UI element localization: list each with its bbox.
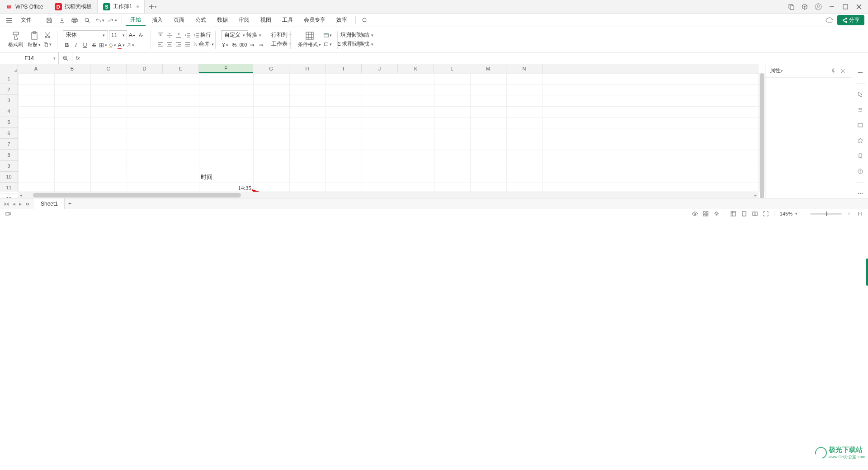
row-header[interactable]: 1	[0, 73, 18, 84]
chevron-down-icon[interactable]: ▾	[53, 56, 56, 61]
cut-button[interactable]	[43, 31, 52, 39]
cell-style-button[interactable]: ▾	[324, 40, 332, 48]
fill-color-button[interactable]: ▾	[108, 41, 116, 49]
column-header[interactable]: A	[18, 64, 54, 73]
eye-icon[interactable]	[690, 209, 699, 218]
horizontal-scrollbar[interactable]: ◂ ▸	[18, 192, 759, 198]
table-style-button[interactable]: ▾	[324, 31, 332, 39]
hamburger-icon[interactable]	[5, 16, 14, 25]
decrease-font-button[interactable]: A-	[137, 31, 145, 39]
menu-membership[interactable]: 会员专享	[299, 14, 330, 26]
row-header[interactable]: 6	[0, 128, 18, 139]
increase-decimal-button[interactable]: .0	[248, 41, 256, 49]
close-button[interactable]	[855, 3, 863, 10]
worksheet-button[interactable]: 工作表▾	[277, 40, 285, 48]
ai-icon[interactable]	[856, 136, 865, 145]
spreadsheet-grid[interactable]: ABCDEFGHIJKLMN 1234567891011121314151617…	[0, 64, 765, 198]
cube-icon[interactable]	[801, 3, 808, 10]
column-header[interactable]: H	[289, 64, 326, 73]
row-header[interactable]: 8	[0, 150, 18, 160]
menu-insert[interactable]: 插入	[147, 14, 167, 26]
column-header[interactable]: D	[127, 64, 163, 73]
expand-formula-icon[interactable]	[59, 52, 72, 64]
row-header[interactable]: 12	[0, 193, 18, 198]
cell-reference-input[interactable]	[4, 55, 55, 62]
find-button[interactable]: 查找▾	[361, 40, 369, 48]
page-view-icon[interactable]	[740, 209, 749, 218]
normal-view-icon[interactable]	[729, 209, 738, 218]
zoom-in-button[interactable]: +	[844, 209, 854, 218]
cond-format-button[interactable]: 条件格式▾	[296, 31, 323, 48]
menu-page[interactable]: 页面	[169, 14, 189, 26]
close-icon[interactable]	[839, 67, 847, 75]
export-icon[interactable]	[57, 16, 66, 25]
column-header[interactable]: E	[163, 64, 199, 73]
row-header[interactable]: 5	[0, 117, 18, 128]
side-toggle-icon[interactable]	[855, 209, 864, 218]
settings-icon[interactable]	[856, 105, 865, 114]
layers-icon[interactable]	[856, 121, 865, 130]
copy-button[interactable]: ▾	[43, 40, 52, 48]
bookmark-icon[interactable]	[856, 151, 865, 160]
border-button[interactable]: ▾	[99, 41, 107, 49]
column-header[interactable]: C	[90, 64, 127, 73]
avatar-icon[interactable]	[815, 3, 822, 10]
undo-button[interactable]: ▾	[95, 16, 104, 25]
select-all-corner[interactable]	[0, 64, 18, 73]
paste-button[interactable]: 粘贴▾	[26, 31, 42, 48]
zoom-level[interactable]: 145%	[777, 211, 795, 216]
strikethrough-button[interactable]: S	[90, 41, 98, 49]
bold-button[interactable]: B	[63, 41, 71, 49]
menu-formula[interactable]: 公式	[191, 14, 211, 26]
window-detach-icon[interactable]	[788, 3, 795, 10]
share-button[interactable]: 分享	[837, 15, 864, 25]
column-header[interactable]: N	[506, 64, 542, 73]
next-sheet-icon[interactable]: ▸	[18, 201, 23, 207]
collapse-panel-icon[interactable]	[856, 68, 865, 77]
menu-file[interactable]: 文件	[16, 14, 36, 26]
fx-label[interactable]: fx	[72, 52, 83, 64]
print-icon[interactable]	[70, 16, 79, 25]
chevron-down-icon[interactable]: ▾	[781, 69, 783, 73]
font-color-button[interactable]: A▾	[117, 41, 125, 49]
menu-tools[interactable]: 工具	[278, 14, 297, 26]
tab-app[interactable]: W WPS Office	[0, 0, 49, 13]
last-sheet-icon[interactable]: ⏭	[24, 201, 32, 207]
font-name-select[interactable]: 宋体▾	[63, 30, 108, 40]
italic-button[interactable]: I	[72, 41, 80, 49]
row-header[interactable]: 10	[0, 172, 18, 183]
record-icon[interactable]	[4, 209, 13, 218]
row-header[interactable]: 2	[0, 84, 18, 95]
row-header[interactable]: 7	[0, 139, 18, 150]
add-sheet-button[interactable]: +	[65, 201, 75, 207]
align-right-button[interactable]	[175, 40, 183, 48]
name-box[interactable]: ▾	[0, 52, 59, 64]
formula-input[interactable]	[86, 55, 865, 62]
column-header[interactable]: J	[362, 64, 398, 73]
format-painter-button[interactable]: 格式刷	[6, 31, 25, 48]
decrease-decimal-button[interactable]: .0	[257, 41, 265, 49]
chevron-down-icon[interactable]: ▾	[795, 212, 797, 216]
vertical-scrollbar[interactable]	[759, 73, 765, 192]
grid-view-icon[interactable]	[701, 209, 710, 218]
pin-icon[interactable]	[829, 67, 837, 75]
select-tool-icon[interactable]	[856, 90, 865, 99]
maximize-button[interactable]	[842, 3, 849, 10]
zoom-slider[interactable]	[810, 213, 842, 215]
scroll-right-icon[interactable]: ▸	[753, 193, 759, 197]
column-header[interactable]: G	[253, 64, 289, 73]
more-icon[interactable]	[856, 189, 865, 198]
align-center-button[interactable]	[165, 40, 174, 48]
first-sheet-icon[interactable]: ⏮	[3, 201, 10, 207]
search-icon[interactable]	[360, 16, 369, 25]
help-icon[interactable]: ?	[856, 167, 865, 176]
row-header[interactable]: 4	[0, 106, 18, 117]
increase-font-button[interactable]: A+	[128, 31, 136, 39]
thousands-button[interactable]: 000	[239, 41, 247, 49]
redo-button[interactable]: ▾	[108, 16, 117, 25]
print-preview-icon[interactable]	[83, 16, 92, 25]
gear-icon[interactable]	[712, 209, 721, 218]
menu-efficiency[interactable]: 效率	[332, 14, 352, 26]
wrap-text-button[interactable]: 换行	[202, 31, 210, 39]
fullscreen-icon[interactable]	[761, 209, 770, 218]
